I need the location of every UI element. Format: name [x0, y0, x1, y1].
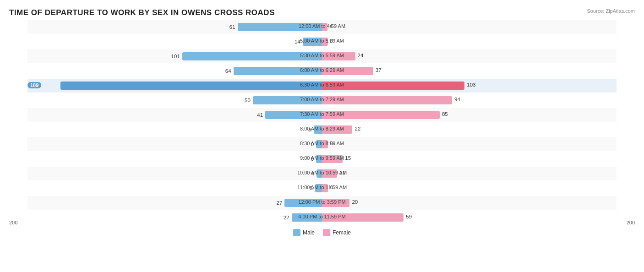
- female-bar: [322, 169, 337, 178]
- female-value-label: 24: [358, 53, 364, 58]
- female-bar: [322, 23, 327, 31]
- table-row: 410:00 AM to 10:59 AM11: [27, 167, 617, 180]
- legend: Male Female: [293, 229, 351, 236]
- male-value-label: 189: [27, 82, 41, 88]
- male-bar: [315, 184, 322, 192]
- male-bar: [234, 67, 322, 75]
- male-bar: [182, 52, 322, 60]
- table-row: 09:00 AM to 9:59 AM15: [27, 152, 617, 166]
- male-value-label: 5: [310, 185, 312, 191]
- female-bar: [322, 52, 355, 60]
- legend-male: Male: [293, 229, 315, 236]
- female-value-label: 0: [330, 141, 333, 146]
- male-bar: [253, 96, 322, 104]
- male-bar: [314, 125, 322, 134]
- female-value-label: 4: [330, 23, 333, 29]
- legend-female-label: Female: [333, 229, 351, 236]
- male-bar: [316, 155, 322, 163]
- female-bar: [322, 213, 404, 222]
- table-row: 224:00 PM to 11:59 PM59: [27, 211, 617, 224]
- male-bar: [60, 82, 322, 90]
- table-row: 6112:00 AM to 4:59 AM4: [27, 20, 617, 34]
- male-bar: [238, 23, 322, 31]
- female-value-label: 85: [442, 111, 448, 117]
- male-bar: [317, 169, 322, 178]
- male-value-label: 6: [308, 127, 311, 132]
- axis-left: 200: [9, 220, 17, 225]
- male-bar: [292, 213, 322, 222]
- male-bar: [303, 38, 322, 46]
- table-row: 68:00 AM to 8:29 AM22: [27, 123, 617, 136]
- chart-title: TIME OF DEPARTURE TO WORK BY SEX IN OWEN…: [9, 8, 635, 17]
- female-bar: [322, 199, 349, 207]
- chart-area: 6112:00 AM to 4:59 AM4145:00 AM to 5:29 …: [9, 20, 635, 238]
- female-bar: [322, 125, 352, 134]
- male-bar: [284, 199, 322, 207]
- table-row: 1896:30 AM to 6:59 AM103: [27, 79, 617, 92]
- rows-wrapper: 6112:00 AM to 4:59 AM4145:00 AM to 5:29 …: [27, 20, 617, 215]
- legend-male-label: Male: [303, 229, 315, 236]
- female-value-label: 22: [355, 126, 360, 131]
- male-value-label: 14: [295, 39, 300, 44]
- legend-female-box: [323, 229, 330, 236]
- female-bar: [322, 184, 328, 192]
- female-value-label: 37: [376, 67, 382, 73]
- legend-female: Female: [323, 229, 351, 236]
- table-row: 2712:00 PM to 3:59 PM20: [27, 196, 617, 210]
- table-row: 145:00 AM to 5:29 AM0: [27, 35, 617, 49]
- male-value-label: 0: [311, 141, 314, 147]
- chart-container: TIME OF DEPARTURE TO WORK BY SEX IN OWEN…: [0, 0, 644, 272]
- female-bar: [322, 82, 464, 90]
- female-bar: [322, 38, 328, 46]
- female-value-label: 11: [339, 170, 345, 175]
- male-value-label: 27: [277, 200, 283, 206]
- male-value-label: 22: [284, 215, 289, 220]
- female-bar: [322, 155, 343, 163]
- male-value-label: 61: [229, 24, 235, 30]
- source-label: Source: ZipAtlas.com: [587, 8, 635, 14]
- male-value-label: 41: [257, 112, 263, 118]
- male-value-label: 101: [171, 54, 180, 59]
- female-value-label: 103: [467, 82, 475, 87]
- female-bar: [322, 111, 440, 119]
- female-value-label: 94: [454, 97, 460, 102]
- female-value-label: 20: [352, 199, 358, 205]
- table-row: 507:00 AM to 7:29 AM94: [27, 93, 617, 107]
- female-value-label: 59: [406, 214, 412, 219]
- male-bar: [265, 111, 322, 119]
- female-bar: [322, 140, 328, 148]
- male-value-label: 4: [311, 171, 314, 176]
- table-row: 08:30 AM to 8:59 AM0: [27, 137, 617, 151]
- male-value-label: 64: [225, 68, 231, 74]
- female-value-label: 15: [345, 155, 351, 161]
- legend-male-box: [293, 229, 300, 236]
- table-row: 1015:30 AM to 5:59 AM24: [27, 49, 617, 63]
- female-value-label: 0: [330, 185, 333, 190]
- female-bar: [322, 67, 373, 75]
- female-bar: [322, 96, 452, 104]
- table-row: 417:30 AM to 7:59 AM85: [27, 108, 617, 122]
- table-row: 646:00 AM to 6:29 AM37: [27, 64, 617, 78]
- female-value-label: 0: [330, 38, 333, 44]
- male-value-label: 50: [245, 98, 251, 103]
- table-row: 511:00 AM to 11:59 AM0: [27, 181, 617, 195]
- male-bar: [316, 140, 322, 148]
- male-value-label: 0: [311, 156, 314, 162]
- axis-right: 200: [627, 220, 635, 225]
